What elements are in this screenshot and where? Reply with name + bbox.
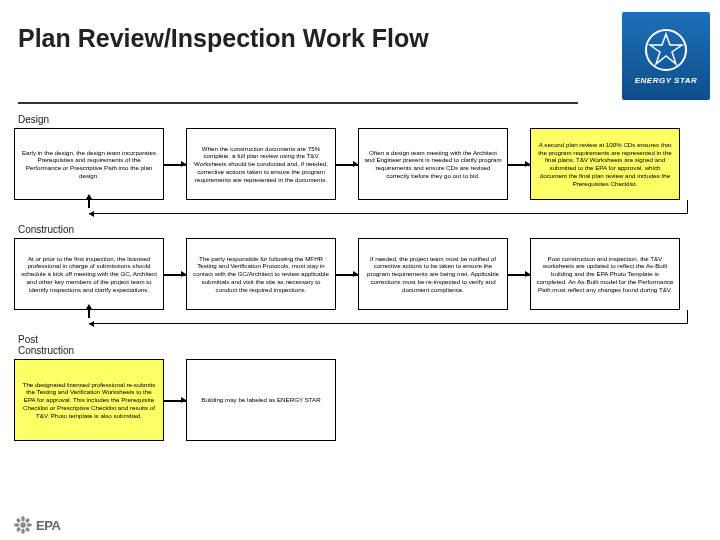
post-box-1: The designated licensed professional re-… xyxy=(14,359,164,441)
design-row: Early in the design, the design team inc… xyxy=(14,128,706,200)
flow-diagram: Design Early in the design, the design t… xyxy=(0,104,720,441)
post-row: The designated licensed professional re-… xyxy=(14,359,706,441)
star-icon xyxy=(644,28,688,72)
svg-point-3 xyxy=(21,529,25,534)
construction-box-4: Post construction and inspection, the T&… xyxy=(530,238,680,310)
design-box-3: Often a design team meeting with the Arc… xyxy=(358,128,508,200)
construction-box-1: At or prior to the first inspection, the… xyxy=(14,238,164,310)
svg-point-9 xyxy=(25,527,31,533)
construction-box-2: The party responsible for following the … xyxy=(186,238,336,310)
design-box-2: When the construction documents are 75% … xyxy=(186,128,336,200)
design-box-1: Early in the design, the design team inc… xyxy=(14,128,164,200)
svg-point-8 xyxy=(16,527,22,533)
construction-row: At or prior to the first inspection, the… xyxy=(14,238,706,310)
design-box-4: A second plan review at 100% CDs ensures… xyxy=(530,128,680,200)
post-box-2: Building may be labeled as ENERGY STAR xyxy=(186,359,336,441)
svg-point-5 xyxy=(27,523,32,527)
svg-point-7 xyxy=(25,518,31,524)
svg-point-4 xyxy=(14,523,19,527)
epa-text: EPA xyxy=(36,518,60,533)
svg-point-2 xyxy=(21,516,25,521)
section-design: Design xyxy=(18,114,706,125)
svg-point-1 xyxy=(20,522,25,527)
epa-logo-icon xyxy=(14,516,32,534)
footer: EPA xyxy=(14,516,60,534)
construction-box-3: If needed, the project team must be noti… xyxy=(358,238,508,310)
energystar-logo: ENERGY STAR xyxy=(622,12,710,100)
section-post: Post Construction xyxy=(18,334,88,356)
svg-point-6 xyxy=(16,518,22,524)
section-construction: Construction xyxy=(18,224,706,235)
energystar-text: ENERGY STAR xyxy=(635,76,698,85)
page-title: Plan Review/Inspection Work Flow xyxy=(18,18,622,53)
